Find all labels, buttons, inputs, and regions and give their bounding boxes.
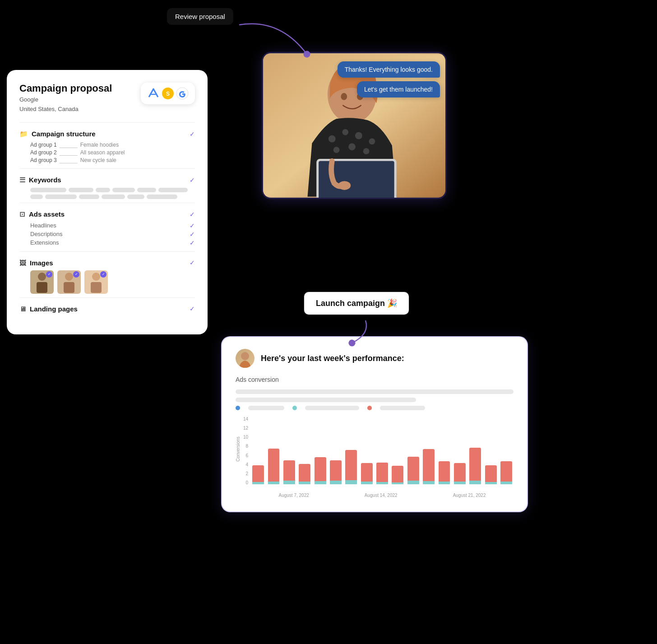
chart-wrapper: 14 12 10 8 6 4 2 0 Conversions August 7,…: [236, 417, 514, 498]
bar-segment-red: [252, 465, 264, 482]
chat-bubble-1: Thanks! Everything looks good.: [338, 61, 440, 78]
images-icon: 🖼: [19, 259, 26, 267]
legend-item-red: [367, 406, 372, 410]
images-title: Images: [30, 259, 53, 267]
bar-group: [483, 430, 498, 484]
legend-line-1: [248, 406, 284, 410]
bar-segment-teal: [500, 482, 512, 484]
bar-segment-red: [376, 463, 388, 482]
descriptions-item: Descriptions ✓: [30, 231, 195, 238]
bar-segment-red: [439, 461, 450, 482]
bar-segment-red: [469, 448, 481, 481]
proposal-card-header: Campaign proposal Google United States, …: [19, 83, 195, 114]
bar-segment-teal: [283, 481, 295, 484]
bar-group: [313, 430, 327, 484]
landing-pages-icon: 🖥: [19, 305, 26, 313]
bar-group: [406, 430, 421, 484]
bar-segment-teal: [252, 482, 264, 484]
bar-segment-teal: [268, 482, 280, 484]
keywords-icon: ☰: [19, 176, 25, 184]
launch-campaign-button[interactable]: Launch campaign 🎉: [303, 291, 410, 315]
logo-group: S: [141, 83, 195, 104]
chat-photo: Thanks! Everything looks good. Let's get…: [263, 53, 445, 198]
x-label-2: August 14, 2022: [365, 493, 398, 498]
bar-segment-teal: [423, 481, 435, 484]
legend-line-2: [305, 406, 359, 410]
proposal-title: Campaign proposal: [19, 83, 112, 94]
bar-segment-red: [268, 449, 280, 482]
bar-group: [390, 430, 405, 484]
svg-point-17: [333, 147, 340, 153]
bar-segment-teal: [439, 482, 450, 484]
bar-group: [360, 430, 374, 484]
bar-group: [453, 430, 467, 484]
bar-group: [282, 430, 296, 484]
x-axis-labels: August 7, 2022 August 14, 2022 August 21…: [251, 493, 514, 498]
ad-group-2: Ad group 2 ______ All season apparel: [30, 149, 195, 156]
bar-group: [421, 430, 436, 484]
bar-segment-red: [485, 465, 497, 482]
bar-group: [266, 430, 281, 484]
bar-group: [468, 430, 482, 484]
performance-card: Here's your last week's performance: Ads…: [221, 336, 528, 512]
campaign-structure-title: Campaign structure: [32, 130, 96, 138]
launch-campaign-container: Launch campaign 🎉: [303, 291, 410, 315]
chat-card: Thanks! Everything looks good. Let's get…: [262, 52, 447, 199]
legend-item-teal: [292, 406, 297, 410]
svg-point-9: [92, 273, 100, 281]
landing-pages-title: Landing pages: [30, 305, 78, 313]
bar-group: [437, 430, 451, 484]
proposal-company: Google: [19, 95, 112, 105]
ad-group-3: Ad group 3 ______ New cycle sale: [30, 157, 195, 163]
bar-segment-red: [330, 460, 342, 481]
bar-chart: 14 12 10 8 6 4 2 0 Conversions: [236, 417, 514, 498]
skeleton-1: [236, 389, 514, 394]
svg-point-15: [355, 132, 362, 139]
bar-group: [328, 430, 343, 484]
landing-pages-check: ✓: [190, 305, 195, 312]
svg-point-14: [342, 129, 348, 135]
svg-point-26: [241, 352, 249, 360]
perf-subtitle: Ads conversion: [236, 376, 514, 383]
bar-segment-red: [392, 466, 403, 482]
bar-segment-red: [423, 449, 435, 481]
ads-assets-title: Ads assets: [29, 210, 65, 218]
keywords-section: ☰ Keywords ✓: [19, 168, 195, 203]
svg-rect-6: [37, 282, 47, 293]
landing-pages-section: 🖥 Landing pages ✓: [19, 297, 195, 320]
image-thumb-3: ✓: [84, 270, 108, 294]
svg-point-25: [338, 181, 351, 190]
svg-rect-8: [64, 282, 74, 293]
svg-point-7: [65, 273, 73, 281]
ads-assets-icon: ⊡: [19, 210, 25, 218]
bar-segment-teal: [407, 481, 419, 484]
bar-segment-teal: [469, 481, 481, 484]
bar-segment-teal: [330, 481, 342, 484]
bar-segment-red: [345, 450, 357, 480]
svg-text:S: S: [166, 91, 170, 97]
bar-segment-teal: [345, 480, 357, 484]
bar-group: [297, 430, 312, 484]
perf-header: Here's your last week's performance:: [236, 349, 514, 368]
ads-assets-section: ⊡ Ads assets ✓ Headlines ✓ Descriptions …: [19, 203, 195, 251]
perf-title: Here's your last week's performance:: [261, 354, 404, 363]
image-thumb-2: ✓: [57, 270, 81, 294]
bar-segment-red: [315, 457, 326, 481]
bar-segment-teal: [485, 482, 497, 484]
keyword-pills: [30, 188, 195, 199]
bar-segment-teal: [315, 481, 326, 484]
bar-segment-red: [299, 464, 310, 482]
bar-segment-red: [361, 463, 373, 482]
google-g-icon: [176, 87, 189, 100]
chart-legend: [236, 406, 514, 410]
image-thumb-1: ✓: [30, 270, 54, 294]
image-thumbnails: ✓ ✓ ✓: [30, 270, 195, 294]
ads-assets-check: ✓: [190, 211, 195, 218]
review-proposal-bubble: Review proposal: [167, 8, 233, 25]
google-ads-icon: [147, 87, 160, 100]
x-label-3: August 21, 2022: [453, 493, 486, 498]
svg-rect-10: [91, 282, 102, 293]
y-axis-label: Conversions: [236, 436, 241, 462]
sa360-icon: S: [162, 87, 174, 100]
svg-point-19: [363, 148, 370, 154]
